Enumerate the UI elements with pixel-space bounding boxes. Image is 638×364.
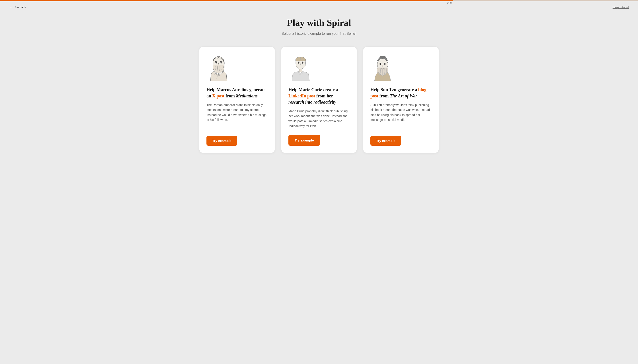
svg-point-7 (298, 62, 299, 63)
try-example-button-suntzu[interactable]: Try example (370, 136, 401, 146)
card-sun-tzu-title: Help Sun Tzu generate a blog post from T… (370, 86, 431, 99)
go-back-label: Go back (15, 5, 26, 9)
card-marcus-aurelius-description: The Roman emperor didn't think his daily… (207, 102, 268, 130)
card-marcus-aurelius-title: Help Marcus Aurelius generate an X post … (207, 86, 268, 99)
portrait-marcus-aurelius (207, 55, 231, 81)
svg-point-16 (384, 64, 385, 64)
card-sun-tzu-description: Sun Tzu probably wouldn't think publishi… (370, 102, 431, 130)
card-marcus-aurelius: Help Marcus Aurelius generate an X post … (199, 47, 275, 153)
card-marcus-title-suffix: from Meditations (224, 94, 258, 98)
svg-rect-10 (299, 69, 302, 72)
card-suntzu-title-suffix: from The Art of War (378, 94, 417, 98)
sun-tzu-portrait-svg (370, 55, 395, 81)
marcus-aurelius-portrait-svg (207, 55, 231, 81)
cards-container: Help Marcus Aurelius generate an X post … (197, 47, 441, 153)
progress-bar-fill (0, 0, 453, 1)
card-marcus-title-highlight: X post (212, 94, 224, 98)
card-marie-curie: Help Marie Curie create a LinkedIn post … (281, 47, 357, 153)
top-nav: ← Go back Skip tutorial (0, 1, 638, 13)
try-example-label-curie: Try example (295, 138, 314, 142)
marie-curie-portrait-svg (288, 55, 313, 81)
card-curie-title-highlight: LinkedIn post (288, 94, 315, 98)
try-example-label-marcus: Try example (212, 139, 232, 142)
page-title: Play with Spiral (287, 18, 351, 28)
card-sun-tzu: Help Sun Tzu generate a blog post from T… (363, 47, 439, 153)
progress-bar-container: 71% (0, 0, 638, 1)
card-marie-curie-description: Marie Curie probably didn't think publis… (288, 109, 350, 129)
progress-label: 71% (447, 2, 452, 5)
try-example-button-curie[interactable]: Try example (288, 135, 320, 146)
svg-rect-11 (380, 56, 385, 58)
card-marie-curie-title: Help Marie Curie create a LinkedIn post … (288, 86, 350, 105)
skip-tutorial-button[interactable]: Skip tutorial (612, 5, 629, 9)
svg-point-4 (221, 62, 222, 63)
go-back-button[interactable]: ← Go back (9, 5, 26, 9)
skip-tutorial-label: Skip tutorial (612, 5, 629, 9)
svg-point-9 (302, 62, 303, 63)
svg-point-14 (380, 64, 381, 64)
portrait-sun-tzu (370, 55, 395, 81)
arrow-left-icon: ← (9, 5, 12, 9)
page-subtitle: Select a historic example to run your fi… (282, 32, 357, 36)
svg-point-2 (216, 62, 217, 63)
portrait-marie-curie (288, 55, 313, 81)
card-suntzu-title-prefix: Help Sun Tzu generate a (370, 87, 418, 92)
card-curie-title-prefix: Help Marie Curie create a (288, 87, 338, 92)
main-content: Play with Spiral Select a historic examp… (0, 13, 638, 166)
try-example-label-suntzu: Try example (376, 139, 395, 142)
try-example-button-marcus[interactable]: Try example (207, 136, 237, 146)
